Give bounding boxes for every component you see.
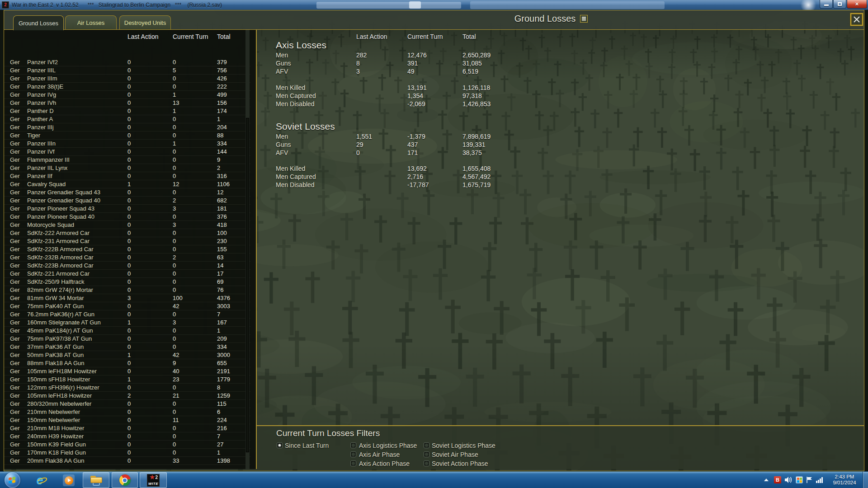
file-explorer-button[interactable] [83, 472, 109, 488]
tab-destroyed-units[interactable]: Destroyed Units [119, 15, 171, 29]
unit-total: 334 [217, 140, 227, 147]
unit-nationality: Ger [10, 140, 20, 147]
unit-current-turn: 42 [173, 302, 179, 310]
unit-name: Panther D [27, 107, 54, 115]
table-row: Ger82mm GrW 274(r) Mortar0076 [4, 286, 250, 294]
unit-current-turn: 0 [173, 148, 176, 155]
volume-icon[interactable] [784, 476, 793, 484]
unit-name: 37mm PaK36 AT Gun [27, 343, 84, 351]
unit-total: 499 [217, 91, 227, 99]
minimize-button[interactable] [820, 0, 833, 9]
chrome-button[interactable] [112, 472, 138, 488]
unit-last-action: 0 [127, 253, 131, 261]
loss-row-label: Men Killed [276, 164, 305, 173]
table-row: Ger280/320mm Nebelwerfer00115 [4, 400, 250, 408]
unit-current-turn: 0 [173, 424, 176, 432]
unit-current-turn: 13 [173, 99, 179, 107]
unit-total: 1779 [217, 375, 230, 383]
system-clock[interactable]: 2:43 PM 9/01/2024 [829, 474, 860, 486]
unit-total: 100 [217, 229, 227, 237]
filters-title: Current Turn Losses Filters [276, 428, 380, 438]
maximize-button[interactable] [833, 0, 846, 9]
unit-name: Cavalry Squad [27, 180, 66, 188]
media-player-icon[interactable] [62, 474, 75, 487]
windows-update-icon[interactable] [796, 476, 803, 483]
unit-current-turn: 0 [173, 123, 176, 131]
ground-losses-dialog: Ground LossesAir LossesDestroyed Units G… [4, 10, 864, 471]
scrollbar-thumb[interactable] [246, 118, 249, 452]
filter-radio-axis-logistics-phase[interactable] [350, 442, 356, 448]
unit-last-action: 0 [127, 270, 131, 277]
background-window-ghost [316, 2, 461, 9]
filter-radio-soviet-logistics-phase[interactable] [424, 442, 429, 448]
unit-current-turn: 0 [173, 156, 176, 164]
unit-nationality: Ger [10, 319, 20, 326]
unit-last-action: 0 [127, 286, 131, 294]
loss-total: 1,675,719 [462, 181, 491, 189]
report-icon[interactable] [580, 15, 588, 23]
unit-nationality: Ger [10, 91, 20, 99]
unit-total: 222 [217, 83, 227, 90]
filter-label-soviet-air-phase[interactable]: Soviet Air Phase [432, 451, 478, 458]
column-header-total: Total [217, 33, 231, 40]
unit-last-action: 1 [127, 180, 131, 188]
filter-radio-soviet-action-phase[interactable] [424, 460, 429, 466]
wite2-button[interactable]: ★ 2 WITE [140, 472, 167, 488]
filter-radio-since-last-turn[interactable] [277, 442, 283, 448]
loss-last-action: 282 [356, 51, 367, 59]
unit-nationality: Ger [10, 156, 20, 164]
start-button[interactable] [5, 472, 20, 488]
close-dialog-button[interactable] [850, 13, 863, 26]
unit-current-turn: 0 [173, 400, 176, 408]
unit-total: 204 [217, 123, 227, 131]
internet-explorer-icon[interactable]: e [33, 474, 46, 487]
hidden-icons-arrow[interactable] [764, 479, 769, 481]
show-desktop-button[interactable] [863, 472, 868, 488]
unit-last-action: 0 [127, 66, 131, 74]
unit-current-turn: 23 [173, 375, 179, 383]
filter-radio-axis-action-phase[interactable] [350, 460, 356, 466]
loss-total: 2,650,289 [462, 51, 491, 59]
tab-ground-losses[interactable]: Ground Losses [13, 15, 64, 30]
filter-label-axis-air-phase[interactable]: Axis Air Phase [359, 451, 400, 458]
antivirus-badge[interactable]: B [774, 476, 781, 483]
unit-total: 655 [217, 359, 227, 367]
loss-current-turn: 171 [407, 149, 418, 157]
filter-label-soviet-logistics-phase[interactable]: Soviet Logistics Phase [432, 442, 495, 449]
loss-current-turn: 1,354 [407, 92, 423, 100]
tab-air-losses[interactable]: Air Losses [65, 15, 117, 29]
filter-label-axis-logistics-phase[interactable]: Axis Logistics Phase [359, 442, 417, 449]
table-row: Ger45mm PaK184(r) AT Gun001 [4, 327, 250, 335]
unit-total: 4376 [217, 294, 230, 302]
loss-row-label: Men Captured [276, 92, 316, 100]
loss-current-turn: 49 [407, 67, 415, 75]
unit-total: 17 [217, 270, 223, 277]
table-row: Ger240mm H39 Howitzer007 [4, 432, 250, 441]
unit-name: 76.2mm PaK36(r) AT Gun [27, 310, 94, 318]
table-row: Ger150mm Nebelwerfer011224 [4, 416, 250, 424]
unit-nationality: Ger [10, 197, 20, 204]
filter-radio-soviet-air-phase[interactable] [424, 451, 429, 457]
unit-nationality: Ger [10, 384, 20, 391]
filter-label-soviet-action-phase[interactable]: Soviet Action Phase [432, 460, 488, 467]
table-row: Ger105mm leFH18M Howitzer0402191 [4, 367, 250, 375]
unit-nationality: Ger [10, 66, 20, 74]
network-icon[interactable] [816, 476, 825, 483]
filter-label-axis-action-phase[interactable]: Axis Action Phase [359, 460, 410, 467]
unit-last-action: 0 [127, 335, 131, 343]
unit-total: 63 [217, 253, 223, 261]
unit-last-action: 0 [127, 107, 131, 115]
action-center-flag-icon[interactable] [806, 476, 814, 484]
unit-current-turn: 0 [173, 310, 176, 318]
unit-current-turn: 0 [173, 164, 176, 172]
close-window-button[interactable]: × [847, 0, 867, 9]
table-row: GerCavalry Squad1121106 [4, 180, 250, 188]
filter-label-since-last-turn[interactable]: Since Last Turn [285, 442, 329, 449]
unit-last-action: 0 [127, 245, 131, 253]
filter-radio-axis-air-phase[interactable] [350, 451, 356, 457]
table-scrollbar[interactable] [245, 30, 250, 469]
table-row: Ger210mm Nebelwerfer006 [4, 408, 250, 416]
table-row: GerSdKfz-222 Armored Car00100 [4, 229, 250, 237]
unit-name: Panzer Grenadier Squad 40 [27, 197, 100, 204]
column-header-last-action: Last Action [127, 33, 159, 40]
